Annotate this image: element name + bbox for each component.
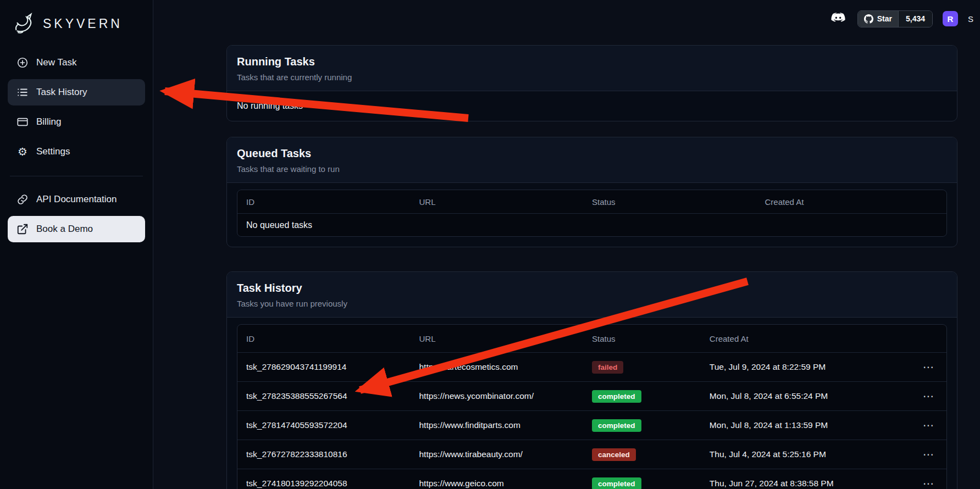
sidebar-item-task-history[interactable]: Task History — [8, 79, 145, 105]
sidebar-item-billing[interactable]: Billing — [8, 109, 145, 135]
sidebar: SKYVERN New Task Task History Billing ⚙ … — [0, 0, 153, 489]
app-root: SKYVERN New Task Task History Billing ⚙ … — [0, 0, 980, 489]
queued-tasks-header: Queued Tasks Tasks that are waiting to r… — [227, 137, 957, 183]
table-row[interactable]: tsk_278629043741199914 https://tartecosm… — [237, 352, 946, 381]
brand-logo[interactable]: SKYVERN — [8, 8, 145, 49]
task-url: https://www.finditparts.com — [419, 420, 593, 430]
task-created-at: Mon, Jul 8, 2024 at 6:55:24 PM — [710, 391, 903, 401]
queued-tasks-card: Queued Tasks Tasks that are waiting to r… — [226, 137, 957, 247]
column-header-created-at: Created At — [765, 197, 938, 207]
credit-card-icon — [16, 116, 29, 128]
column-header-status: Status — [592, 334, 710, 343]
row-menu-button[interactable]: ⋯ — [903, 477, 938, 489]
running-tasks-empty-text: No running tasks — [227, 91, 957, 121]
page-content: Running Tasks Tasks that are currently r… — [153, 37, 957, 489]
task-history-body: ID URL Status Created At tsk_27862904374… — [227, 318, 957, 489]
external-link-icon — [16, 223, 29, 235]
card-title: Task History — [237, 282, 947, 294]
task-history-header: Task History Tasks you have run previous… — [227, 272, 957, 318]
gear-icon: ⚙ — [16, 146, 29, 158]
link-icon — [16, 193, 29, 205]
table-row[interactable]: tsk_278235388555267564 https://news.ycom… — [237, 381, 946, 410]
row-menu-button[interactable]: ⋯ — [903, 390, 938, 403]
github-star-count: 5,434 — [898, 11, 932, 27]
column-header-id: ID — [246, 334, 419, 343]
task-created-at: Thu, Jul 4, 2024 at 5:25:16 PM — [710, 449, 903, 459]
topbar: Star 5,434 R S — [153, 0, 980, 37]
status-badge: canceled — [592, 448, 636, 461]
queued-tasks-table: ID URL Status Created At No queued tasks — [237, 190, 947, 237]
task-created-at: Tue, Jul 9, 2024 at 8:22:59 PM — [710, 362, 903, 372]
sidebar-item-label: New Task — [36, 57, 76, 68]
column-header-status: Status — [592, 197, 765, 207]
plus-circle-icon — [16, 57, 29, 69]
github-icon — [864, 14, 873, 24]
sidebar-item-new-task[interactable]: New Task — [8, 49, 145, 76]
sidebar-item-label: Billing — [36, 116, 61, 127]
row-menu-button[interactable]: ⋯ — [903, 360, 938, 374]
table-row[interactable]: tsk_278147405593572204 https://www.findi… — [237, 410, 946, 440]
avatar[interactable]: R — [943, 11, 958, 26]
user-name: S — [968, 14, 977, 24]
task-id: tsk_278235388555267564 — [246, 391, 419, 401]
task-id: tsk_278147405593572204 — [246, 420, 419, 430]
row-menu-button[interactable]: ⋯ — [903, 448, 938, 461]
queued-tasks-empty-row: No queued tasks — [237, 213, 946, 236]
sidebar-item-label: Settings — [36, 146, 70, 157]
column-header-id: ID — [246, 197, 419, 207]
task-created-at: Thu, Jun 27, 2024 at 8:38:58 PM — [710, 479, 903, 488]
task-history-card: Task History Tasks you have run previous… — [226, 271, 957, 489]
card-title: Queued Tasks — [237, 147, 947, 160]
task-url: https://www.tirabeauty.com/ — [419, 449, 593, 459]
task-created-at: Mon, Jul 8, 2024 at 1:13:59 PM — [710, 420, 903, 430]
sidebar-item-label: Book a Demo — [36, 224, 93, 235]
table-row[interactable]: tsk_274180139292204058 https://www.geico… — [237, 469, 946, 489]
card-subtitle: Tasks you have run previously — [237, 299, 947, 308]
table-header-row: ID URL Status Created At — [237, 325, 946, 352]
github-star-widget[interactable]: Star 5,434 — [857, 10, 933, 27]
list-icon — [16, 86, 29, 98]
skyvern-dragon-icon — [12, 11, 37, 36]
sidebar-item-label: API Documentation — [36, 194, 117, 205]
card-title: Running Tasks — [237, 55, 947, 68]
card-subtitle: Tasks that are waiting to run — [237, 164, 947, 174]
sidebar-item-label: Task History — [36, 87, 87, 98]
github-star-label: Star — [877, 14, 892, 23]
card-subtitle: Tasks that are currently running — [237, 73, 947, 82]
task-id: tsk_274180139292204058 — [246, 479, 419, 488]
row-menu-button[interactable]: ⋯ — [903, 419, 938, 432]
book-a-demo-button[interactable]: Book a Demo — [8, 216, 145, 242]
running-tasks-header: Running Tasks Tasks that are currently r… — [227, 46, 957, 91]
column-header-url: URL — [419, 197, 593, 207]
sidebar-item-api-documentation[interactable]: API Documentation — [8, 186, 145, 213]
task-history-table: ID URL Status Created At tsk_27862904374… — [237, 324, 947, 489]
status-badge: completed — [592, 477, 641, 489]
queued-tasks-body: ID URL Status Created At No queued tasks — [227, 183, 957, 247]
status-badge: completed — [592, 390, 641, 403]
task-url: https://tartecosmetics.com — [419, 362, 593, 372]
column-header-created-at: Created At — [710, 334, 903, 343]
main-area: Star 5,434 R S Running Tasks Tasks that … — [153, 0, 980, 489]
queued-tasks-empty-text: No queued tasks — [246, 220, 938, 230]
brand-name: SKYVERN — [43, 16, 123, 31]
sidebar-divider — [10, 176, 143, 176]
sidebar-item-settings[interactable]: ⚙ Settings — [8, 138, 145, 165]
task-id: tsk_278629043741199914 — [246, 362, 419, 372]
status-badge: failed — [592, 361, 623, 374]
task-url: https://www.geico.com — [419, 479, 593, 488]
task-url: https://news.ycombinator.com/ — [419, 391, 593, 401]
table-header-row: ID URL Status Created At — [237, 190, 946, 213]
table-row[interactable]: tsk_276727822333810816 https://www.tirab… — [237, 440, 946, 469]
running-tasks-card: Running Tasks Tasks that are currently r… — [226, 45, 957, 121]
status-badge: completed — [592, 419, 641, 432]
task-id: tsk_276727822333810816 — [246, 449, 419, 459]
column-header-url: URL — [419, 334, 593, 343]
discord-icon[interactable] — [830, 12, 848, 26]
